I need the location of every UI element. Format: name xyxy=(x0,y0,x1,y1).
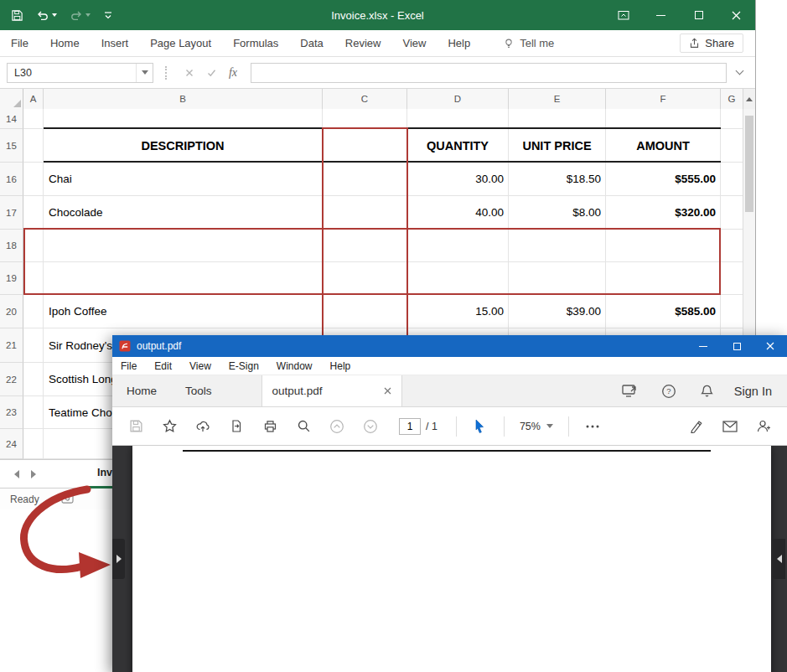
print-button[interactable] xyxy=(253,412,287,441)
zoom-control[interactable]: 75% xyxy=(511,421,562,432)
previous-page-button[interactable] xyxy=(320,412,354,441)
cell-B17[interactable]: Chocolade xyxy=(44,196,323,230)
name-box[interactable]: L30 xyxy=(7,63,153,83)
column-header-D[interactable]: D xyxy=(407,89,509,109)
tab-tools[interactable]: Tools xyxy=(171,375,226,406)
close-button[interactable] xyxy=(753,335,787,357)
row-header-22[interactable]: 22 xyxy=(0,363,23,396)
row-header-19[interactable]: 19 xyxy=(0,262,23,295)
cell-E19[interactable] xyxy=(509,262,606,295)
row-header-16[interactable]: 16 xyxy=(0,163,23,196)
row-header-20[interactable]: 20 xyxy=(0,295,23,328)
search-button[interactable] xyxy=(287,412,320,441)
cell-B18[interactable] xyxy=(44,230,323,262)
cancel-entry-button[interactable] xyxy=(179,63,200,83)
left-pane-toggle[interactable] xyxy=(112,539,125,579)
cell-C17[interactable] xyxy=(323,196,407,230)
more-tools-button[interactable] xyxy=(576,412,609,441)
cell-G19[interactable] xyxy=(721,262,743,295)
maximize-button[interactable] xyxy=(680,0,717,30)
cell-E20[interactable]: $39.00 xyxy=(509,295,606,328)
tab-review[interactable]: Review xyxy=(334,30,392,57)
export-page-button[interactable] xyxy=(220,412,253,441)
cell-B19[interactable] xyxy=(44,262,323,295)
scrollbar-thumb[interactable] xyxy=(745,116,753,212)
select-all-corner[interactable] xyxy=(0,89,23,109)
cell-A16[interactable] xyxy=(23,163,44,196)
cell-G20[interactable] xyxy=(721,295,743,328)
name-box-dropdown[interactable] xyxy=(136,64,153,82)
cell-E16[interactable]: $18.50 xyxy=(509,163,606,196)
profile-add-button[interactable] xyxy=(747,412,780,441)
ribbon-display-options-button[interactable] xyxy=(604,0,642,30)
tab-formulas[interactable]: Formulas xyxy=(222,30,289,57)
star-button[interactable] xyxy=(153,412,186,441)
cell-G18[interactable] xyxy=(721,230,743,262)
tab-help[interactable]: Help xyxy=(437,30,481,57)
cell-C14[interactable] xyxy=(323,109,407,129)
cell-E14[interactable] xyxy=(509,109,606,129)
column-header-A[interactable]: A xyxy=(23,89,44,109)
cell-D16[interactable]: 30.00 xyxy=(407,163,509,196)
tab-home[interactable]: Home xyxy=(39,30,91,57)
formula-bar-handle[interactable] xyxy=(165,66,168,80)
cell-A22[interactable] xyxy=(23,363,44,396)
cell-C16[interactable] xyxy=(323,163,407,196)
cell-F19[interactable] xyxy=(606,262,721,295)
document-tab[interactable]: output.pdf xyxy=(261,375,402,406)
menu-esign[interactable]: E-Sign xyxy=(229,360,259,372)
cell-A24[interactable] xyxy=(23,429,44,459)
tab-insert[interactable]: Insert xyxy=(91,30,140,57)
upload-cloud-button[interactable] xyxy=(186,412,220,441)
cell-B15[interactable]: DESCRIPTION xyxy=(44,129,323,163)
cell-C15[interactable] xyxy=(323,129,407,163)
column-header-F[interactable]: F xyxy=(606,89,721,109)
cell-F17[interactable]: $320.00 xyxy=(606,196,721,230)
tab-page-layout[interactable]: Page Layout xyxy=(139,30,222,57)
cell-D15[interactable]: QUANTITY xyxy=(407,129,509,163)
tab-home[interactable]: Home xyxy=(112,375,171,406)
column-header-G[interactable]: G xyxy=(721,89,743,109)
minimize-button[interactable] xyxy=(686,335,720,357)
help-button[interactable]: ? xyxy=(654,376,684,406)
cell-A15[interactable] xyxy=(23,129,44,163)
cell-E15[interactable]: UNIT PRICE xyxy=(509,129,606,163)
save-button[interactable] xyxy=(11,9,23,22)
cell-A19[interactable] xyxy=(23,262,44,295)
cell-C20[interactable] xyxy=(323,295,407,328)
cell-C19[interactable] xyxy=(323,262,407,295)
formula-input[interactable] xyxy=(251,63,727,83)
cell-A21[interactable] xyxy=(23,328,44,363)
row-header-21[interactable]: 21 xyxy=(0,328,23,363)
expand-formula-bar-button[interactable] xyxy=(730,71,748,74)
cell-D19[interactable] xyxy=(407,262,509,295)
cell-D14[interactable] xyxy=(407,109,509,129)
enter-entry-button[interactable] xyxy=(200,63,222,83)
customize-quick-access-button[interactable] xyxy=(103,10,113,20)
save-button[interactable] xyxy=(119,412,153,441)
undo-button[interactable] xyxy=(36,9,57,21)
menu-edit[interactable]: Edit xyxy=(154,360,172,372)
share-button[interactable]: Share xyxy=(680,34,743,53)
row-header-14[interactable]: 14 xyxy=(0,109,23,129)
cell-A20[interactable] xyxy=(23,295,44,328)
cell-F15[interactable]: AMOUNT xyxy=(606,129,721,163)
menu-help[interactable]: Help xyxy=(330,360,351,372)
row-header-24[interactable]: 24 xyxy=(0,429,23,459)
sheet-nav-right-button[interactable] xyxy=(25,466,42,483)
sign-in-button[interactable]: Sign In xyxy=(734,385,772,398)
column-header-C[interactable]: C xyxy=(323,89,407,109)
tell-me-button[interactable]: Tell me xyxy=(503,37,554,49)
cell-A18[interactable] xyxy=(23,230,44,262)
sheet-nav-left-button[interactable] xyxy=(8,466,25,483)
maximize-button[interactable] xyxy=(720,335,753,357)
cell-G16[interactable] xyxy=(721,163,743,196)
cell-A23[interactable] xyxy=(23,396,44,429)
row-header-15[interactable]: 15 xyxy=(0,129,23,163)
select-tool-button[interactable] xyxy=(463,412,497,441)
cell-D17[interactable]: 40.00 xyxy=(407,196,509,230)
row-header-17[interactable]: 17 xyxy=(0,196,23,230)
cell-A14[interactable] xyxy=(23,109,44,129)
cell-G14[interactable] xyxy=(721,109,743,129)
tab-view[interactable]: View xyxy=(391,30,437,57)
